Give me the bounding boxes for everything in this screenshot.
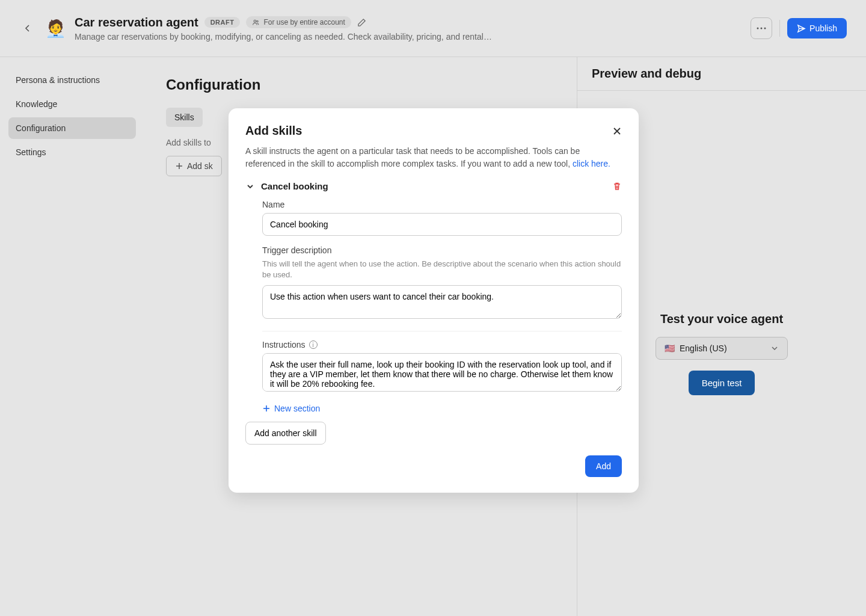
divider — [779, 20, 780, 37]
dots-icon — [757, 27, 766, 29]
chevron-down-icon — [770, 344, 779, 353]
header-subtitle: Manage car reservations by booking, modi… — [75, 32, 743, 42]
instructions-label: Instructions i — [262, 340, 622, 350]
page-title: Car reservation agent — [75, 16, 198, 29]
new-section-label: New section — [274, 404, 320, 413]
trigger-label: Trigger description — [262, 245, 622, 255]
svg-point-1 — [257, 20, 259, 22]
users-icon — [252, 19, 260, 26]
modal-header: Add skills — [245, 124, 622, 138]
sidebar-item-knowledge[interactable]: Knowledge — [8, 93, 136, 115]
close-button[interactable] — [612, 126, 622, 136]
close-icon — [612, 126, 622, 136]
add-another-skill-button[interactable]: Add another skill — [245, 422, 326, 445]
header-main: Car reservation agent DRAFT For use by e… — [75, 16, 743, 42]
svg-point-3 — [761, 28, 763, 29]
flag-icon: 🇺🇸 — [665, 343, 675, 353]
trigger-group: Trigger description This will tell the a… — [262, 245, 622, 321]
modal-footer: Add — [245, 455, 622, 477]
visibility-label: For use by entire account — [263, 18, 345, 26]
trigger-textarea[interactable] — [262, 285, 622, 319]
sidebar-item-settings[interactable]: Settings — [8, 141, 136, 163]
edit-button[interactable] — [357, 18, 366, 27]
info-icon[interactable]: i — [309, 340, 318, 349]
click-here-link[interactable]: click here. — [573, 159, 610, 168]
chevron-left-icon — [23, 23, 32, 33]
add-skills-label: Add sk — [187, 161, 213, 171]
add-skills-button[interactable]: Add sk — [166, 156, 222, 176]
trigger-sublabel: This will tell the agent when to use the… — [262, 259, 622, 280]
instructions-label-text: Instructions — [262, 340, 306, 350]
more-button[interactable] — [751, 17, 772, 39]
header: 🧑‍💼 Car reservation agent DRAFT For use … — [0, 0, 866, 57]
begin-test-button[interactable]: Begin test — [689, 371, 755, 395]
name-group: Name — [262, 200, 622, 236]
skill-collapse-toggle[interactable]: Cancel booking — [245, 181, 328, 191]
modal-title: Add skills — [245, 124, 302, 138]
header-top-row: Car reservation agent DRAFT For use by e… — [75, 16, 743, 29]
sidebar-item-persona[interactable]: Persona & instructions — [8, 69, 136, 91]
header-actions: Publish — [751, 17, 847, 39]
chevron-down-icon — [245, 182, 255, 191]
instructions-group: Instructions i — [262, 340, 622, 394]
publish-button[interactable]: Publish — [787, 18, 847, 38]
add-button[interactable]: Add — [585, 455, 622, 477]
modal-desc-text: A skill instructs the agent on a particu… — [245, 146, 580, 168]
instructions-textarea[interactable] — [262, 353, 622, 392]
trash-icon — [612, 182, 622, 191]
send-icon — [797, 24, 806, 33]
divider — [262, 331, 622, 331]
add-skills-modal: Add skills A skill instructs the agent o… — [229, 108, 639, 493]
preview-title: Test your voice agent — [660, 312, 783, 326]
name-input[interactable] — [262, 213, 622, 236]
publish-label: Publish — [809, 23, 837, 33]
name-label: Name — [262, 200, 622, 209]
svg-point-2 — [757, 28, 759, 29]
pencil-icon — [357, 18, 366, 27]
plus-icon — [175, 162, 183, 170]
sidebar: Persona & instructions Knowledge Configu… — [0, 57, 144, 616]
skill-header: Cancel booking — [245, 181, 622, 191]
sidebar-item-configuration[interactable]: Configuration — [8, 117, 136, 139]
draft-badge: DRAFT — [204, 17, 241, 28]
new-section-button[interactable]: New section — [262, 404, 622, 413]
language-label: English (US) — [680, 343, 727, 353]
back-button[interactable] — [19, 20, 36, 37]
svg-point-0 — [254, 20, 257, 22]
svg-point-4 — [764, 28, 766, 29]
skill-name-header: Cancel booking — [261, 181, 328, 191]
language-select[interactable]: 🇺🇸 English (US) — [656, 337, 788, 360]
agent-avatar: 🧑‍💼 — [43, 16, 67, 40]
tab-skills[interactable]: Skills — [166, 108, 203, 127]
preview-header: Preview and debug — [577, 57, 866, 91]
modal-description: A skill instructs the agent on a particu… — [245, 145, 622, 170]
visibility-badge[interactable]: For use by entire account — [246, 16, 351, 28]
delete-skill-button[interactable] — [612, 182, 622, 191]
plus-icon — [262, 404, 271, 413]
config-title: Configuration — [166, 76, 555, 93]
